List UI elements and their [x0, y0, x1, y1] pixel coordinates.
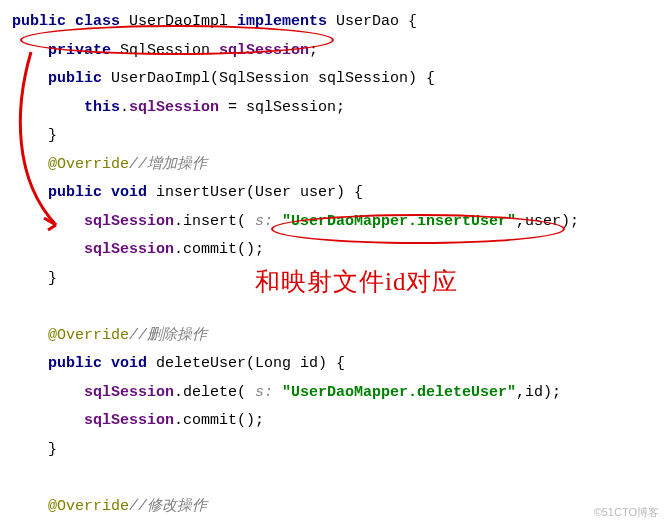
string: "UserDaoMapper.deleteUser" — [282, 384, 516, 401]
field: sqlSession — [84, 412, 174, 429]
comment: //删除操作 — [129, 327, 207, 344]
text: .delete( — [174, 384, 255, 401]
brace: } — [48, 270, 57, 287]
text: deleteUser(Long id) { — [147, 355, 345, 372]
code-line: public void insertUser(User user) { — [12, 179, 657, 208]
code-line: @Override//删除操作 — [12, 322, 657, 351]
code-line: public void deleteUser(Long id) { — [12, 350, 657, 379]
code-block: public class UserDaoImpl implements User… — [12, 8, 657, 521]
code-line: public class UserDaoImpl implements User… — [12, 8, 657, 37]
hint: s: — [255, 213, 282, 230]
code-line: this.sqlSession = sqlSession; — [12, 94, 657, 123]
text: ,user); — [516, 213, 579, 230]
code-line: sqlSession.commit(); — [12, 236, 657, 265]
field: sqlSession — [84, 241, 174, 258]
keyword: public void — [48, 355, 147, 372]
code-line — [12, 464, 657, 493]
comment: //修改操作 — [129, 498, 207, 515]
text: .commit(); — [174, 241, 264, 258]
keyword: public class — [12, 13, 120, 30]
keyword: public — [48, 70, 102, 87]
code-line: @Override//增加操作 — [12, 151, 657, 180]
annotation: @Override — [48, 156, 129, 173]
code-line: } — [12, 436, 657, 465]
comment: //增加操作 — [129, 156, 207, 173]
keyword: this — [84, 99, 120, 116]
code-line: sqlSession.insert( s: "UserDaoMapper.ins… — [12, 208, 657, 237]
string: "UserDaoMapper.insertUser" — [282, 213, 516, 230]
text: UserDaoImpl(SqlSession sqlSession) { — [102, 70, 435, 87]
keyword: public void — [48, 184, 147, 201]
text: . — [120, 99, 129, 116]
text: insertUser(User user) { — [147, 184, 363, 201]
field: sqlSession — [84, 213, 174, 230]
type: SqlSession — [111, 42, 219, 59]
code-line: } — [12, 122, 657, 151]
text: UserDao { — [327, 13, 417, 30]
code-line: } — [12, 265, 657, 294]
annotation: @Override — [48, 498, 129, 515]
text: ,id); — [516, 384, 561, 401]
code-line: sqlSession.commit(); — [12, 407, 657, 436]
keyword: private — [48, 42, 111, 59]
field: sqlSession — [129, 99, 219, 116]
text: .insert( — [174, 213, 255, 230]
annotation: @Override — [48, 327, 129, 344]
class-name: UserDaoImpl — [120, 13, 237, 30]
code-line — [12, 293, 657, 322]
hint: s: — [255, 384, 282, 401]
watermark: ©51CTO博客 — [594, 502, 659, 523]
keyword: implements — [237, 13, 327, 30]
text: .commit(); — [174, 412, 264, 429]
brace: } — [48, 441, 57, 458]
field: sqlSession — [84, 384, 174, 401]
text: ; — [309, 42, 318, 59]
code-line: sqlSession.delete( s: "UserDaoMapper.del… — [12, 379, 657, 408]
code-line: private SqlSession sqlSession; — [12, 37, 657, 66]
text: = sqlSession; — [219, 99, 345, 116]
code-line: @Override//修改操作 — [12, 493, 657, 522]
code-line: public UserDaoImpl(SqlSession sqlSession… — [12, 65, 657, 94]
brace: } — [48, 127, 57, 144]
field: sqlSession — [219, 42, 309, 59]
